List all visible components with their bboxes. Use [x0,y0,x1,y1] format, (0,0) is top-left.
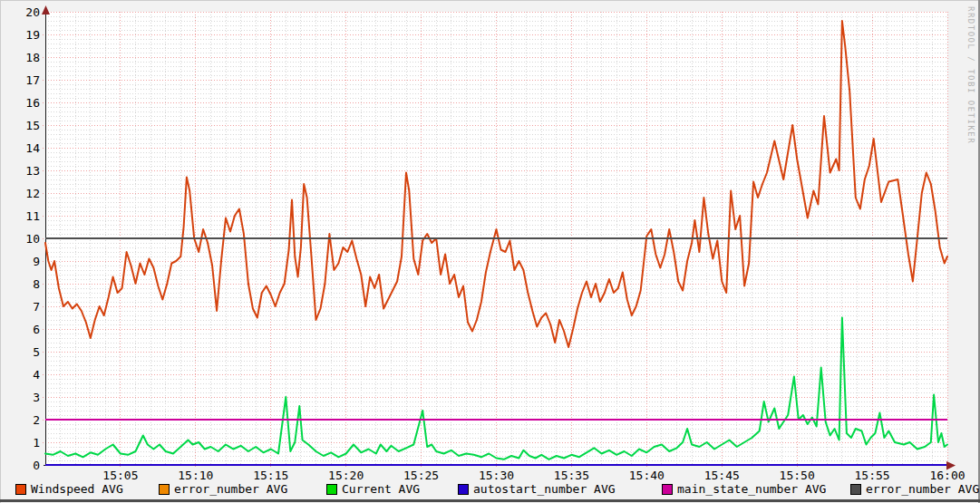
y-tick-label: 20 [25,5,40,19]
y-tick-label: 7 [33,300,40,314]
y-tick-label: 3 [33,391,40,404]
x-tick-label: 15:10 [178,469,213,482]
y-tick-label: 14 [25,141,40,155]
y-tick-label: 19 [25,28,40,42]
y-tick-label: 11 [25,209,40,223]
chart-canvas: 0123456789101112131415161718192015:0515:… [0,0,980,503]
y-tick-label: 18 [25,51,40,64]
y-tick-label: 9 [33,255,40,268]
rrd-graph: 0123456789101112131415161718192015:0515:… [0,0,980,503]
x-tick-label: 15:05 [102,469,138,482]
x-tick-label: 15:55 [855,469,890,482]
y-tick-label: 17 [25,73,40,87]
x-tick-label: 16:00 [929,469,965,482]
y-tick-label: 2 [33,413,40,427]
x-tick-label: 15:15 [253,469,288,482]
y-tick-label: 16 [25,96,40,110]
x-tick-label: 15:40 [629,469,665,482]
watermark-text: RRDTOOL / TOBI OETIKER [966,6,975,144]
x-tick-label: 15:50 [780,469,815,482]
y-tick-label: 5 [33,345,40,359]
y-tick-label: 13 [25,164,40,178]
y-tick-label: 8 [33,277,40,291]
y-tick-label: 4 [33,368,40,382]
y-tick-label: 6 [33,323,40,336]
y-tick-label: 10 [25,232,40,246]
y-tick-label: 12 [25,187,40,200]
y-tick-label: 1 [33,436,40,450]
y-tick-label: 15 [25,119,40,132]
x-tick-label: 15:25 [403,469,439,482]
x-tick-label: 15:35 [554,469,589,482]
x-tick-label: 15:30 [479,469,514,482]
x-tick-label: 15:20 [328,469,364,482]
y-tick-label: 0 [33,459,40,472]
x-tick-label: 15:45 [704,469,740,482]
